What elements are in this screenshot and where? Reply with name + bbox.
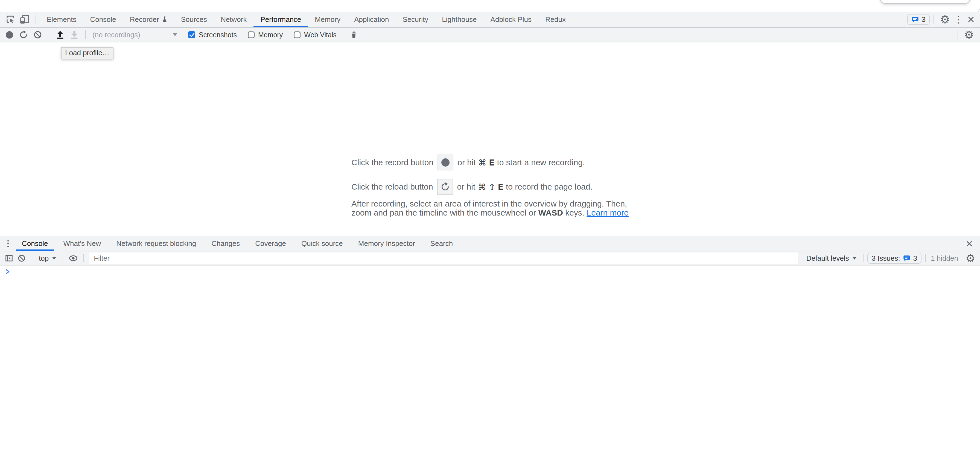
garbage-collect-button[interactable] — [348, 29, 360, 41]
dropdown-arrow-icon — [52, 257, 56, 260]
clear-recordings-button[interactable] — [30, 28, 45, 42]
web-vitals-checkbox-group[interactable]: Web Vitals — [294, 31, 337, 39]
block-icon — [33, 30, 42, 39]
console-settings-button[interactable]: ⚙ — [964, 252, 977, 265]
settings-button[interactable]: ⚙ — [938, 12, 952, 27]
recordings-dropdown[interactable]: (no recordings) — [90, 30, 180, 39]
close-devtools-button[interactable] — [965, 13, 977, 26]
separator — [49, 30, 49, 39]
dropdown-arrow-icon — [853, 257, 856, 260]
download-icon — [70, 30, 79, 39]
cmd-key-symbol: ⌘ — [478, 158, 487, 167]
console-filter-input[interactable] — [89, 252, 798, 264]
console-issues-button[interactable]: 3 Issues: 3 — [867, 253, 922, 264]
device-toolbar-button[interactable] — [18, 12, 32, 27]
log-levels-dropdown[interactable]: Default levels — [803, 254, 859, 263]
drawer-tab-memory-inspector[interactable]: Memory Inspector — [352, 236, 421, 251]
screenshots-checkbox-group[interactable]: Screenshots — [188, 31, 237, 39]
kebab-menu-icon: ⋮ — [954, 15, 963, 24]
drawer-tabbar: Console What's New Network request block… — [0, 236, 980, 251]
separator — [32, 254, 32, 262]
hidden-messages-count: 1 hidden — [931, 254, 958, 263]
tab-lighthouse[interactable]: Lighthouse — [435, 12, 484, 27]
drawer-tab-console[interactable]: Console — [16, 236, 54, 251]
memory-checkbox-group[interactable]: Memory — [248, 31, 283, 39]
drawer-tab-quick-source[interactable]: Quick source — [295, 236, 349, 251]
record-button-inline[interactable] — [438, 155, 453, 171]
web-vitals-checkbox[interactable] — [294, 32, 301, 38]
learn-more-link[interactable]: Learn more — [587, 208, 628, 217]
cmd-key-symbol: ⌘ — [478, 182, 486, 192]
gear-icon: ⚙ — [940, 14, 950, 25]
load-profile-tooltip: Load profile… — [61, 47, 113, 59]
issues-bubble-icon — [903, 254, 910, 262]
separator — [63, 254, 63, 262]
separator — [958, 30, 958, 39]
upload-icon — [56, 30, 65, 39]
drawer-more-tabs-button[interactable] — [4, 240, 12, 247]
inspect-cursor-icon — [5, 14, 15, 24]
execution-context-dropdown[interactable]: top — [36, 254, 59, 263]
tab-network[interactable]: Network — [214, 12, 253, 27]
issues-bubble-icon — [912, 16, 919, 23]
drawer-tab-network-request-blocking[interactable]: Network request blocking — [110, 236, 202, 251]
capture-settings-button[interactable]: ⚙ — [962, 28, 976, 42]
tab-application[interactable]: Application — [347, 12, 396, 27]
console-toolbar: top Default levels 3 Issues: 3 — [0, 251, 980, 266]
more-options-button[interactable]: ⋮ — [952, 13, 965, 26]
tab-performance[interactable]: Performance — [253, 12, 308, 27]
drawer-tab-whats-new[interactable]: What's New — [57, 236, 107, 251]
record-icon — [6, 31, 13, 38]
tab-console[interactable]: Console — [83, 12, 123, 27]
inspect-element-button[interactable] — [3, 12, 18, 27]
console-prompt-chevron-icon — [5, 269, 10, 274]
reload-button-inline[interactable] — [437, 179, 453, 195]
performance-toolbar: (no recordings) Screenshots Memory Web V… — [0, 28, 980, 42]
issues-count: 3 — [922, 15, 926, 24]
gear-icon: ⚙ — [966, 253, 975, 264]
screenshots-checkbox[interactable] — [188, 31, 195, 38]
tab-security[interactable]: Security — [396, 12, 435, 27]
record-button[interactable] — [2, 28, 16, 42]
drawer-tab-coverage[interactable]: Coverage — [249, 236, 292, 251]
device-toolbar-icon — [20, 14, 30, 24]
console-messages-area[interactable] — [0, 266, 980, 459]
tab-sources[interactable]: Sources — [174, 12, 214, 27]
close-drawer-button[interactable] — [963, 237, 975, 250]
tab-recorder[interactable]: Recorder — [123, 12, 174, 27]
flask-preview-icon — [162, 16, 167, 23]
separator — [85, 30, 86, 39]
clear-console-button[interactable] — [15, 252, 28, 265]
separator — [925, 254, 926, 262]
reload-and-record-button[interactable] — [16, 28, 30, 42]
performance-panel: Load profile… Click the record button or… — [0, 42, 980, 236]
drawer-tab-search[interactable]: Search — [425, 236, 459, 251]
separator — [83, 254, 84, 262]
create-live-expression-button[interactable] — [67, 252, 80, 265]
browser-popup-corner — [978, 8, 980, 12]
memory-checkbox[interactable] — [248, 32, 255, 38]
show-console-sidebar-button[interactable] — [3, 252, 15, 265]
tab-elements[interactable]: Elements — [40, 12, 83, 27]
tab-adblock-plus[interactable]: Adblock Plus — [484, 12, 538, 27]
e-key: E — [498, 182, 503, 192]
dropdown-arrow-icon — [173, 33, 177, 36]
issues-counter-button[interactable]: 3 — [907, 14, 930, 25]
eye-icon — [68, 254, 78, 262]
e-key: E — [489, 158, 495, 167]
block-icon — [18, 254, 26, 262]
save-profile-button[interactable] — [67, 28, 81, 42]
load-profile-button[interactable] — [53, 28, 67, 42]
separator — [35, 15, 36, 24]
close-icon — [967, 16, 975, 23]
shift-key-symbol: ⇧ — [488, 182, 495, 192]
devtools-window: Elements Console Recorder Sources Networ… — [0, 0, 980, 459]
drawer-tab-changes[interactable]: Changes — [205, 236, 246, 251]
tab-memory[interactable]: Memory — [308, 12, 347, 27]
reload-instruction-line: Click the reload button or hit ⌘ ⇧ E to … — [352, 179, 628, 195]
gear-icon: ⚙ — [964, 29, 974, 40]
reload-icon — [441, 182, 450, 191]
console-prompt[interactable] — [0, 266, 980, 278]
devtools-main-tabbar: Elements Console Recorder Sources Networ… — [0, 12, 980, 28]
tab-redux[interactable]: Redux — [538, 12, 573, 27]
